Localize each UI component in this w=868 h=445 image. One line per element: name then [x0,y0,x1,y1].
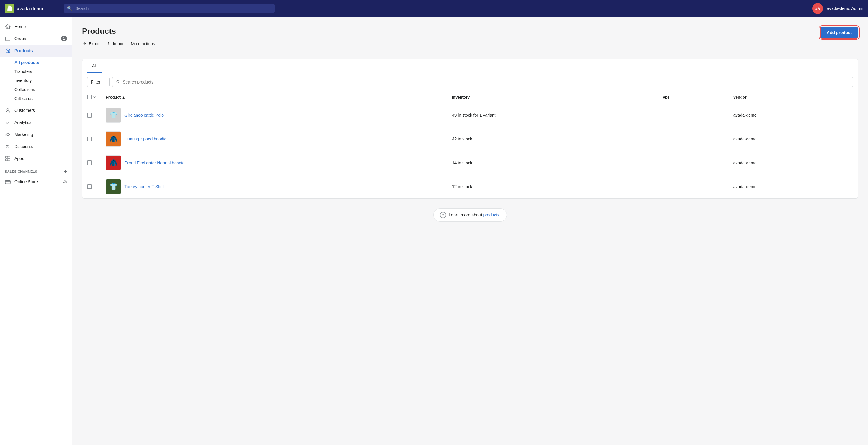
add-sales-channel-icon[interactable]: + [64,168,67,175]
home-icon [5,24,11,30]
apps-icon [5,155,11,161]
shopify-logo-icon [5,4,14,13]
svg-point-13 [63,181,67,183]
products-table: Product ▲ Inventory Type Vendor [82,91,858,198]
product-thumbnail-1: 👕 [106,108,121,123]
brand-logo[interactable]: avada-demo [5,4,59,13]
product-link-3[interactable]: Proud Firefighter Normal hoodie [124,160,184,165]
col-inventory-header: Inventory [447,91,656,103]
main-content: Products Export Import More actions [72,17,868,445]
sidebar-item-apps[interactable]: Apps [0,153,72,165]
sidebar-subitem-gift-cards[interactable]: Gift cards [14,94,72,103]
type-cell-3 [656,151,728,175]
sidebar-label-customers: Customers [14,108,35,113]
add-product-button[interactable]: Add product [820,27,858,38]
svg-point-3 [7,145,8,147]
brand-name: avada-demo [17,6,43,11]
product-cell-4: 👕 Turkey hunter T-Shirt [101,175,447,199]
bottom-hint: ? Learn more about products. [82,208,858,221]
search-products-field[interactable] [112,77,853,87]
sidebar: Home Orders 1 Products All products Tran… [0,17,72,445]
sidebar-subitem-transfers[interactable]: Transfers [14,67,72,76]
product-thumbnail-3: 🧥 [106,155,121,170]
orders-badge: 1 [61,36,67,41]
customers-icon [5,107,11,113]
col-vendor-header: Vendor [728,91,858,103]
svg-point-14 [64,181,65,182]
inventory-cell-1: 43 in stock for 1 variant [447,103,656,127]
sidebar-label-discounts: Discounts [14,144,33,149]
discounts-icon [5,144,11,150]
product-thumbnail-2: 🧥 [106,131,121,147]
sidebar-item-customers[interactable]: Customers [0,104,72,116]
sidebar-subitem-inventory[interactable]: Inventory [14,76,72,85]
svg-point-4 [8,147,9,148]
vendor-cell-2: avada-demo [728,127,858,151]
sidebar-label-analytics: Analytics [14,120,31,125]
filter-label: Filter [91,80,100,84]
search-input[interactable] [64,4,275,13]
sidebar-item-marketing[interactable]: Marketing [0,128,72,141]
select-all-checkbox[interactable] [87,95,92,99]
row-checkbox-cell [82,151,101,175]
filter-row: Filter [82,73,858,91]
search-icon: 🔍 [67,6,72,11]
sidebar-item-analytics[interactable]: Analytics [0,116,72,128]
row-checkbox-2[interactable] [87,137,92,141]
import-button[interactable]: Import [106,39,125,48]
sidebar-subitem-collections[interactable]: Collections [14,85,72,94]
tab-all[interactable]: All [87,59,101,73]
products-icon [5,48,11,54]
table-row: 🧥 Proud Firefighter Normal hoodie 14 in … [82,151,858,175]
filter-chevron-icon [102,80,106,84]
row-checkbox-cell [82,127,101,151]
vendor-cell-1: avada-demo [728,103,858,127]
vendor-cell-3: avada-demo [728,151,858,175]
sidebar-label-marketing: Marketing [14,132,33,137]
sidebar-subitem-all-products[interactable]: All products [14,58,72,67]
sidebar-item-online-store[interactable]: Online Store [0,176,72,188]
col-product-header[interactable]: Product ▲ [101,91,447,103]
filter-button[interactable]: Filter [87,77,110,87]
svg-line-2 [5,135,6,136]
online-store-icon [5,179,11,185]
sidebar-item-home[interactable]: Home [0,21,72,33]
visibility-icon[interactable] [62,179,67,184]
avatar[interactable]: aA [812,3,823,14]
orders-icon [5,36,11,41]
row-checkbox-cell [82,175,101,199]
sidebar-label-apps: Apps [14,156,24,161]
more-actions-button[interactable]: More actions [130,39,161,48]
global-search[interactable]: 🔍 [64,4,275,13]
row-checkbox-3[interactable] [87,160,92,165]
product-link-4[interactable]: Turkey hunter T-Shirt [124,184,164,189]
row-checkbox-4[interactable] [87,184,92,189]
product-thumbnail-4: 👕 [106,179,121,194]
inventory-cell-3: 14 in stock [447,151,656,175]
top-navigation: avada-demo 🔍 aA avada-demo Admin [0,0,868,17]
svg-rect-0 [6,37,10,41]
svg-rect-7 [8,156,10,158]
select-all-dropdown[interactable] [93,95,96,98]
table-tabs: All [82,59,858,73]
sidebar-item-products[interactable]: Products [0,44,72,57]
products-link[interactable]: products. [483,212,501,217]
table-row: 👕 Turkey hunter T-Shirt 12 in stock avad… [82,175,858,199]
sidebar-item-orders[interactable]: Orders 1 [0,33,72,44]
product-link-2[interactable]: Hunting zipped hoodie [124,137,166,141]
search-products-input[interactable] [123,80,849,84]
action-bar: Export Import More actions [82,39,161,48]
product-link-1[interactable]: Girolando cattle Polo [124,113,164,118]
product-cell-2: 🧥 Hunting zipped hoodie [101,127,447,151]
sidebar-item-discounts[interactable]: Discounts [0,141,72,153]
col-type-header: Type [656,91,728,103]
svg-rect-8 [6,159,7,161]
admin-name-label: avada-demo Admin [827,6,863,11]
export-button[interactable]: Export [82,39,101,48]
inventory-cell-2: 42 in stock [447,127,656,151]
page-title: Products [82,27,161,36]
sidebar-label-products: Products [14,48,33,53]
row-checkbox-1[interactable] [87,113,92,118]
svg-point-12 [7,181,7,181]
svg-rect-9 [8,159,10,161]
